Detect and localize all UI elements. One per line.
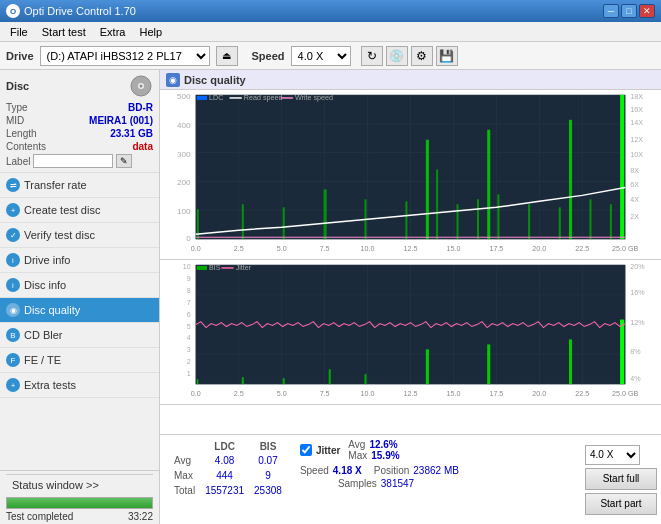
create-disc-icon: +	[6, 203, 20, 217]
svg-text:20.0: 20.0	[532, 390, 546, 397]
svg-rect-90	[283, 378, 285, 384]
svg-text:100: 100	[177, 207, 191, 216]
start-part-button[interactable]: Start part	[585, 493, 657, 515]
jitter-avg-label: Avg	[348, 439, 365, 450]
svg-text:17.5: 17.5	[489, 390, 503, 397]
svg-rect-34	[559, 207, 561, 239]
chart2-wrapper: 10 9 8 7 6 5 4 3 2 1 20% 16% 12% 8% 4%	[160, 260, 661, 405]
label-edit-button[interactable]: ✎	[116, 154, 132, 168]
svg-text:5.0: 5.0	[277, 390, 287, 397]
charts-container: 500 400 300 200 100 0 18X 16X 14X 12X 10…	[160, 90, 661, 434]
menu-help[interactable]: Help	[133, 24, 168, 40]
svg-rect-89	[242, 377, 244, 384]
svg-rect-26	[405, 201, 407, 239]
maximize-button[interactable]: □	[621, 4, 637, 18]
buttons-section: 4.0 X Start full Start part	[581, 435, 661, 524]
jitter-checkbox[interactable]	[300, 444, 312, 456]
status-window[interactable]: Status window >>	[6, 474, 153, 495]
start-full-button[interactable]: Start full	[585, 468, 657, 490]
svg-text:12X: 12X	[630, 136, 643, 143]
stats-section: LDC BIS Avg 4.08 0.07 Max 444	[160, 435, 296, 524]
menu-extra[interactable]: Extra	[94, 24, 132, 40]
svg-rect-95	[569, 339, 572, 384]
svg-rect-35	[569, 120, 572, 239]
svg-text:16X: 16X	[630, 106, 643, 113]
settings-button[interactable]: ⚙	[411, 46, 433, 66]
sidebar-item-disc-quality[interactable]: ◉ Disc quality	[0, 298, 159, 323]
svg-rect-91	[329, 369, 331, 384]
svg-text:22.5: 22.5	[575, 245, 589, 252]
svg-text:8X: 8X	[630, 167, 639, 174]
svg-text:2.5: 2.5	[234, 245, 244, 252]
disc-icon	[129, 74, 153, 98]
speed-dropdown[interactable]: 4.0 X	[585, 445, 640, 465]
sidebar-item-cd-bler[interactable]: B CD Bler	[0, 323, 159, 348]
svg-text:2X: 2X	[630, 213, 639, 220]
status-text: Test completed	[6, 511, 73, 522]
length-value: 23.31 GB	[110, 128, 153, 139]
minimize-button[interactable]: ─	[603, 4, 619, 18]
svg-rect-36	[589, 199, 591, 239]
svg-text:2: 2	[187, 358, 191, 365]
stats-table: LDC BIS Avg 4.08 0.07 Max 444	[168, 439, 288, 499]
disc-button[interactable]: 💿	[386, 46, 408, 66]
drive-info-icon: i	[6, 253, 20, 267]
svg-text:15.0: 15.0	[446, 245, 460, 252]
svg-text:4%: 4%	[630, 375, 641, 382]
sidebar-item-create-test-disc[interactable]: + Create test disc	[0, 198, 159, 223]
svg-text:16%: 16%	[630, 289, 645, 296]
eject-button[interactable]: ⏏	[216, 46, 238, 66]
chart1-svg: 500 400 300 200 100 0 18X 16X 14X 12X 10…	[160, 90, 661, 259]
svg-text:2.5: 2.5	[234, 390, 244, 397]
svg-rect-33	[528, 204, 530, 239]
drive-speed-select[interactable]: 4.0 X	[291, 46, 351, 66]
drive-select[interactable]: (D:) ATAPI iHBS312 2 PL17	[40, 46, 210, 66]
sidebar-item-transfer-rate[interactable]: ⇌ Transfer rate	[0, 173, 159, 198]
sidebar-item-drive-info[interactable]: i Drive info	[0, 248, 159, 273]
status-window-label: Status window >>	[12, 479, 99, 491]
svg-text:LDC: LDC	[209, 94, 223, 101]
status-time: 33:22	[128, 511, 153, 522]
contents-value: data	[132, 141, 153, 152]
menu-bar: File Start test Extra Help	[0, 22, 661, 42]
close-button[interactable]: ✕	[639, 4, 655, 18]
disc-quality-icon: ◉	[6, 303, 20, 317]
svg-text:5: 5	[187, 323, 191, 330]
sidebar-item-fe-te[interactable]: F FE / TE	[0, 348, 159, 373]
svg-text:10.0: 10.0	[361, 245, 375, 252]
speed-info-label: Speed	[300, 465, 329, 476]
svg-rect-88	[197, 379, 199, 384]
type-label: Type	[6, 102, 28, 113]
transfer-rate-icon: ⇌	[6, 178, 20, 192]
speed-info-value: 4.18 X	[333, 465, 362, 476]
svg-text:10: 10	[183, 263, 191, 270]
svg-text:200: 200	[177, 179, 191, 188]
svg-text:400: 400	[177, 121, 191, 130]
svg-text:25.0 GB: 25.0 GB	[612, 390, 639, 397]
chart1-wrapper: 500 400 300 200 100 0 18X 16X 14X 12X 10…	[160, 90, 661, 260]
menu-file[interactable]: File	[4, 24, 34, 40]
sidebar-item-disc-info[interactable]: i Disc info	[0, 273, 159, 298]
svg-text:22.5: 22.5	[575, 390, 589, 397]
menu-start-test[interactable]: Start test	[36, 24, 92, 40]
content-area: ◉ Disc quality	[160, 70, 661, 524]
svg-text:10X: 10X	[630, 151, 643, 158]
sidebar-item-extra-tests[interactable]: + Extra tests	[0, 373, 159, 398]
svg-text:Jitter: Jitter	[236, 264, 252, 271]
disc-info-panel: Disc Type BD-R MID MEIRA1 (001) Length 2…	[0, 70, 159, 173]
save-button[interactable]: 💾	[436, 46, 458, 66]
svg-rect-96	[620, 320, 624, 385]
refresh-button[interactable]: ↻	[361, 46, 383, 66]
bis-header: BIS	[250, 441, 286, 452]
label-input[interactable]	[33, 154, 113, 168]
svg-text:Read speed: Read speed	[244, 94, 283, 102]
svg-rect-123	[197, 266, 207, 270]
svg-text:0.0: 0.0	[191, 245, 201, 252]
svg-text:3: 3	[187, 346, 191, 353]
sidebar-item-verify-test-disc[interactable]: ✓ Verify test disc	[0, 223, 159, 248]
svg-rect-32	[497, 194, 499, 239]
app-icon: O	[6, 4, 20, 18]
jitter-max-label: Max	[348, 450, 367, 461]
svg-text:20.0: 20.0	[532, 245, 546, 252]
svg-rect-31	[487, 130, 490, 239]
